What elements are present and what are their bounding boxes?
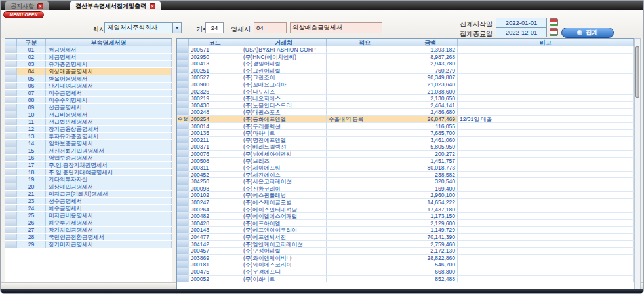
statement-row[interactable]: 15전신전화가입권명세서 [5,147,172,155]
statement-row[interactable]: 13투자유가증권명세서 [5,133,172,140]
statement-row[interactable]: 18주.임.종단기대여금명세서 [5,169,172,176]
statement-code-input[interactable] [254,22,287,33]
customer-row[interactable]: J03869(주)와이앤제이비나28,822,860 [177,255,634,262]
customer-row[interactable]: J00052(주)이화니트852,488 [177,276,634,283]
customer-row[interactable]: J00219(주)네오피에스2,130,650 [177,95,634,102]
row-gutter [5,68,17,75]
customer-row[interactable]: J00311(주)세아에프씨80,018,773 [177,164,634,172]
code-cell: J00098 [189,185,241,192]
statement-row[interactable]: 23선수금명세서 [5,198,172,205]
customer-row[interactable]: J00251(주)그린어패럴760,279 [177,67,634,75]
customer-row[interactable]: J00475(주)우경에프디668,800 [177,268,634,276]
close-icon[interactable]: × [150,3,155,9]
calendar-icon[interactable] [550,28,558,36]
customer-row[interactable]: J04477(주)에프엔씨서진70,141,390 [177,234,634,241]
start-date-input[interactable] [496,18,547,28]
statement-row[interactable]: 08미수수익명세서 [5,97,172,104]
vertical-scrollbar[interactable] [634,38,641,289]
description-cell [327,248,403,254]
statement-row[interactable]: 26예수부가세명세서 [5,219,172,227]
customer-row[interactable]: J00452(주)세진에이스238,582 [177,172,634,179]
statement-row[interactable]: 19기타의투자자산 [5,176,172,183]
statement-row[interactable]: 14임차보증금명세서 [5,140,172,147]
customer-row[interactable]: J00428(주)에프아이엘2,129,600 [177,220,634,227]
amount-cell: 116,055 [403,123,458,130]
statement-row[interactable]: 11선급법인세명세서 [5,119,172,126]
customer-row[interactable]: J02950(주)HNC(에이치엔씨)8,987,268 [177,54,634,61]
statement-row[interactable]: 27장기차입금명세서 [5,227,172,234]
customer-row[interactable]: J00527(주)그린조이90,349,807 [177,74,634,81]
period-input[interactable] [205,22,224,33]
statement-row[interactable]: 03유가증권명세서 [5,61,172,68]
statement-row[interactable]: 28국민연금전환금명세서 [5,234,172,241]
description-cell [327,158,403,164]
customer-row[interactable]: J00264(주)에이스인터내셔날17,437,180 [177,206,634,213]
statement-row[interactable]: 25미지급비용명세서 [5,212,172,219]
customer-cell: (주)와이앤제이비나 [241,255,327,261]
customer-cell: (주)우경에프디 [241,268,327,275]
category-cell: 08 [17,97,46,103]
close-icon[interactable]: × [37,3,43,9]
description-cell: 수출내역 등록 [327,116,403,122]
statement-name-input[interactable] [290,22,382,33]
customer-row[interactable]: J00143(주)에프앤아이코리아1,149,729 [177,227,634,234]
statement-row[interactable]: 12장기금융상품명세서 [5,126,172,133]
customer-row[interactable]: J00508(주)브리즈1,451,757 [177,158,634,165]
customer-row[interactable]: J00571(USA)BY&HFASHION CORP1,393,182 [177,46,634,54]
customer-row[interactable]: J00076(주)뷔에세아이엔씨200,272 [177,151,634,158]
statement-row[interactable]: 29장기미지급명세서 [5,241,172,248]
company-select[interactable]: 제일처지주식회사 ▾ [104,22,182,33]
statement-row[interactable]: 16영업보증금명세서 [5,155,172,162]
statement-row[interactable]: 02예금명세서 [5,54,172,61]
menu-open-button[interactable]: MENU OPEN [3,11,44,18]
statement-row[interactable]: 09선급금명세서 [5,104,172,111]
statement-row[interactable]: 06단기대여금명세서 [5,83,172,90]
row-status-cell [177,227,189,233]
category-cell: 26 [17,219,46,226]
statement-row[interactable]: 04외상매출금명세서 [5,68,172,75]
customer-row[interactable]: J00371(주)베리트컬렉션5,805,950 [177,143,634,151]
statement-row[interactable]: 10선급비용명세서 [5,111,172,119]
amount-cell: 1,173,150 [403,213,458,219]
customer-row[interactable]: J00482(주)에이엘에스어패럴1,173,150 [177,213,634,220]
customer-row[interactable]: J04142(주)엠엔케이코퍼레이션2,759,460 [177,241,634,248]
customer-row[interactable]: J02326(주)나노시스21,038,600 [177,88,634,96]
customer-row[interactable]: J00098(주)신한코리아169,400 [177,185,634,193]
category-cell: 21 [17,191,46,197]
customer-row[interactable]: J00430(주)노블인더스트리2,464,141 [177,102,634,109]
chevron-down-icon[interactable]: ▾ [172,23,181,33]
customer-row[interactable]: J00457(주)오성어패럴2,172,130 [177,248,634,255]
amount-cell: 3,461,060 [403,137,458,143]
tab-statement-aggregate[interactable]: 결산부속명세서집계및출력 × [70,1,161,10]
customer-row[interactable]: J00211(주)명진에프앤엘3,461,060 [177,137,634,144]
statement-row[interactable]: 01현금명세서 [5,46,172,54]
tab-label: 공지사항 [10,2,34,10]
tab-notice[interactable]: 공지사항 × [5,1,49,10]
customer-row[interactable]: J03980(주)꼬매요코리아21,023,640 [177,81,634,88]
calendar-icon[interactable] [550,18,558,26]
customer-row[interactable]: J00102(주)에스원플래닝2,960,100 [177,192,634,199]
statement-name-cell: 외상매입금명세서 [46,183,172,190]
row-status-cell [177,74,189,81]
statement-row[interactable]: 20외상매입금명세서 [5,183,172,191]
statement-row[interactable]: 05받을어음명세서 [5,75,172,83]
customer-cell: (주)시온코퍼레이션 [241,178,327,185]
scrollbar-thumb[interactable] [635,46,639,98]
customer-row[interactable]: J00181(주)와이에스코리아546,700 [177,261,634,268]
customer-row[interactable]: J00248(주)대원스포츠2,486,680 [177,109,634,116]
customer-row[interactable]: J00135(주)마하니트7,685,700 [177,130,634,137]
aggregate-button[interactable]: 집계 [561,28,614,38]
customer-row[interactable]: J00014(주)두리콜렉션116,055 [177,123,634,130]
statement-row[interactable]: 07미수금명세서 [5,90,172,97]
customer-row[interactable]: J00413(주)경일어패럴2,943,780 [177,60,634,67]
code-cell: J00247 [189,199,241,206]
end-date-input[interactable] [496,28,547,37]
customer-row[interactable]: J04250(주)시온코퍼레이션320,540 [177,178,634,185]
statement-row[interactable]: 21미지급금(거래처)명세서 [5,191,172,198]
note-cell [458,255,634,261]
customer-row[interactable]: J00247(주)에스제이글로벌14,654,222 [177,199,634,206]
app-window: 공지사항 × 결산부속명세서집계및출력 × MENU OPEN 회사 제일처지주… [0,0,644,294]
customer-row[interactable]: 수정J00254(주)동화에프앤엘수출내역 등록26,847,46912/31일… [177,116,634,123]
statement-row[interactable]: 24예수금명세서 [5,205,172,212]
statement-row[interactable]: 17주.임.종장기채권명세서 [5,162,172,169]
